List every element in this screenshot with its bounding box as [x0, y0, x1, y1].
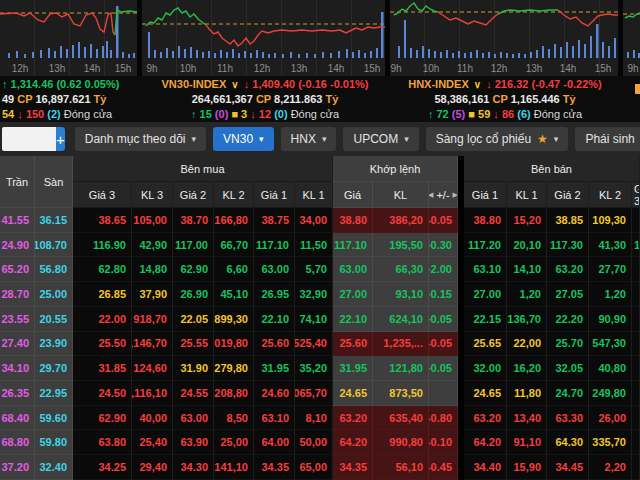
buy-volume-2[interactable]: 1,208,80: [214, 381, 254, 406]
sell-price-1[interactable]: 32.00: [464, 356, 507, 381]
table-row[interactable]: 23.5520.5522.00918,7022.05899,3022.1074,…: [0, 307, 640, 332]
chevron-down-icon[interactable]: ∨: [229, 79, 240, 90]
sell-price-2[interactable]: 38.85: [547, 208, 589, 233]
toolbar-button-hnx[interactable]: HNX▾: [281, 127, 337, 151]
match-change[interactable]: +0.30: [429, 233, 458, 258]
buy-volume-3[interactable]: 37,90: [132, 282, 173, 307]
match-change[interactable]: +0.05: [429, 307, 458, 332]
buy-price-2[interactable]: 24.55: [173, 381, 214, 406]
sell-volume-2[interactable]: 547,30: [589, 332, 632, 357]
match-price[interactable]: 38.80: [333, 208, 373, 233]
floor-cell[interactable]: 20.55: [35, 307, 73, 332]
header-match-price[interactable]: Giá: [333, 182, 373, 208]
buy-price-3[interactable]: 63.80: [73, 430, 132, 455]
match-price[interactable]: 25.60: [333, 332, 373, 357]
buy-price-1[interactable]: 63.00: [254, 257, 295, 282]
sell-price-2[interactable]: 25.70: [547, 332, 589, 357]
buy-price-1[interactable]: 38.75: [254, 208, 295, 233]
match-volume[interactable]: 121,80: [373, 356, 429, 381]
floor-cell[interactable]: 22.95: [35, 381, 73, 406]
sell-volume-1[interactable]: 14,10: [507, 257, 547, 282]
buy-volume-2[interactable]: 45,10: [214, 282, 254, 307]
match-price[interactable]: 117.10: [333, 233, 373, 258]
buy-price-3[interactable]: 62.90: [73, 406, 132, 431]
header-floor[interactable]: Sàn: [35, 156, 73, 208]
buy-price-2[interactable]: 63.90: [173, 430, 214, 455]
sell-volume-2[interactable]: 249,80: [589, 381, 632, 406]
buy-price-3[interactable]: 26.85: [73, 282, 132, 307]
sell-price-3[interactable]: 1: [632, 233, 640, 258]
index-chart-3[interactable]: 9h10h11h12h13h14h15h: [390, 0, 618, 76]
sell-volume-2[interactable]: 27,70: [589, 257, 632, 282]
add-symbol-button[interactable]: +: [56, 127, 65, 151]
sell-volume-2[interactable]: 90,90: [589, 307, 632, 332]
buy-price-2[interactable]: 34.30: [173, 455, 214, 480]
buy-volume-3[interactable]: 105,00: [132, 208, 173, 233]
match-change[interactable]: +0.05: [429, 356, 458, 381]
header-sell-col[interactable]: KL 1: [507, 182, 547, 208]
table-row[interactable]: 27.4023.9025.501,146,7025.551,019,8025.6…: [0, 332, 640, 357]
buy-price-3[interactable]: 116.90: [73, 233, 132, 258]
buy-volume-2[interactable]: 166,80: [214, 208, 254, 233]
ceiling-cell[interactable]: 27.40: [0, 332, 35, 357]
sell-volume-1[interactable]: 136,70: [507, 307, 547, 332]
header-sell-col[interactable]: Giá 2: [547, 182, 589, 208]
buy-volume-1[interactable]: 34,00: [295, 208, 333, 233]
sell-price-3[interactable]: [632, 406, 640, 431]
match-change[interactable]: -0.10: [429, 430, 458, 455]
buy-volume-3[interactable]: 1,116,10: [132, 381, 173, 406]
match-price[interactable]: 34.35: [333, 455, 373, 480]
match-price[interactable]: 27.00: [333, 282, 373, 307]
buy-volume-1[interactable]: 35,20: [295, 356, 333, 381]
index-chart-2[interactable]: 9h10h11h12h13h14h15h: [142, 0, 385, 76]
toolbar-button-sàng-lọc-cổ-phiếu[interactable]: Sàng lọc cổ phiếu★▾: [426, 127, 569, 151]
match-volume[interactable]: 93,10: [373, 282, 429, 307]
buy-price-1[interactable]: 64.00: [254, 430, 295, 455]
buy-price-2[interactable]: 25.55: [173, 332, 214, 357]
floor-cell[interactable]: 36.15: [35, 208, 73, 233]
header-buy-col[interactable]: KL 1: [295, 182, 333, 208]
buy-volume-2[interactable]: 1,019,80: [214, 332, 254, 357]
buy-volume-1[interactable]: 1,065,70: [295, 381, 333, 406]
sell-price-2[interactable]: 22.20: [547, 307, 589, 332]
header-sell-col[interactable]: Giá 3: [632, 182, 640, 208]
buy-price-2[interactable]: 38.70: [173, 208, 214, 233]
header-ceiling[interactable]: Trần: [0, 156, 35, 208]
ceiling-cell[interactable]: 24.90: [0, 233, 35, 258]
sell-price-2[interactable]: 24.70: [547, 381, 589, 406]
sell-price-1[interactable]: 34.40: [464, 455, 507, 480]
buy-volume-3[interactable]: 29,40: [132, 455, 173, 480]
match-volume[interactable]: 873,50: [373, 381, 429, 406]
sell-price-1[interactable]: 24.65: [464, 381, 507, 406]
buy-price-1[interactable]: 25.60: [254, 332, 295, 357]
toolbar-button-danh-mục-theo-dõi[interactable]: Danh mục theo dõi▾: [75, 127, 206, 151]
buy-volume-3[interactable]: 25,40: [132, 430, 173, 455]
table-row[interactable]: 41.5536.1538.65105,0038.70166,8038.7534,…: [0, 208, 640, 233]
table-row[interactable]: 34.1029.7031.85124,6031.90279,8031.9535,…: [0, 356, 640, 381]
sell-price-2[interactable]: 63.20: [547, 257, 589, 282]
table-row[interactable]: 68.8059.8063.8025,4063.9025,0064.0050,00…: [0, 430, 640, 455]
prev-columns-arrow[interactable]: ◀: [429, 191, 436, 199]
buy-volume-2[interactable]: 141,10: [214, 455, 254, 480]
sell-volume-2[interactable]: 2,20: [589, 455, 632, 480]
toolbar-button-vn30[interactable]: VN30▾: [213, 127, 274, 151]
ceiling-cell[interactable]: 34.10: [0, 356, 35, 381]
sell-volume-1[interactable]: 13,40: [507, 406, 547, 431]
buy-price-2[interactable]: 62.90: [173, 257, 214, 282]
match-volume[interactable]: 66,30: [373, 257, 429, 282]
match-price[interactable]: 63.00: [333, 257, 373, 282]
match-change[interactable]: -0.45: [429, 455, 458, 480]
buy-volume-3[interactable]: 918,70: [132, 307, 173, 332]
header-buy-col[interactable]: Giá 2: [173, 182, 214, 208]
buy-price-2[interactable]: 31.90: [173, 356, 214, 381]
buy-price-3[interactable]: 38.65: [73, 208, 132, 233]
buy-price-3[interactable]: 25.50: [73, 332, 132, 357]
buy-volume-1[interactable]: 8,10: [295, 406, 333, 431]
buy-price-1[interactable]: 117.10: [254, 233, 295, 258]
sell-price-2[interactable]: 64.30: [547, 430, 589, 455]
ceiling-cell[interactable]: 41.55: [0, 208, 35, 233]
buy-price-2[interactable]: 22.05: [173, 307, 214, 332]
buy-volume-2[interactable]: 66,70: [214, 233, 254, 258]
sell-volume-2[interactable]: 26,00: [589, 406, 632, 431]
match-change[interactable]: -0.80: [429, 406, 458, 431]
